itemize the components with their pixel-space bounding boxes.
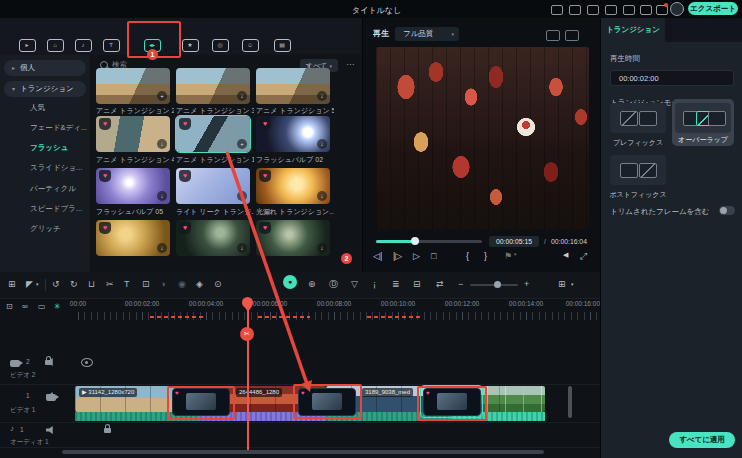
- thumbnail-anime-transition-1-selected[interactable]: ♥+: [176, 116, 250, 152]
- thumbnail-anime-transition-5[interactable]: ↓: [256, 68, 330, 104]
- playhead-line[interactable]: [247, 299, 249, 451]
- redo-button[interactable]: ↻: [70, 278, 78, 290]
- mirror-display-button[interactable]: [529, 253, 540, 261]
- mark-in-button[interactable]: {: [466, 251, 469, 261]
- download-icon[interactable]: ↓: [237, 243, 247, 253]
- mode-postfix-card[interactable]: [610, 155, 666, 185]
- autosave-icon[interactable]: [569, 5, 581, 15]
- track-audio-1[interactable]: [0, 422, 600, 448]
- sidebar-group-personal[interactable]: ▸個人: [4, 60, 86, 76]
- dubbing-icon[interactable]: Ⓓ: [329, 278, 338, 290]
- thumbnail-anime-transition-3[interactable]: ↓: [176, 68, 250, 104]
- mode-prefix-card[interactable]: [610, 103, 666, 133]
- zoom-in-button[interactable]: +: [524, 278, 529, 290]
- zoom-out-button[interactable]: −: [458, 278, 463, 290]
- record-button[interactable]: ●: [283, 275, 297, 289]
- current-timecode[interactable]: 00:00:05:15: [489, 236, 539, 247]
- favorite-heart-icon[interactable]: ♥: [259, 118, 271, 130]
- color-button[interactable]: ◉: [178, 278, 186, 290]
- lock-icon[interactable]: [104, 428, 111, 433]
- chevron-down-icon[interactable]: ▾: [514, 251, 517, 257]
- duration-input[interactable]: 00:00:02:00: [610, 70, 734, 86]
- track-video-2[interactable]: [0, 352, 600, 385]
- save-icon[interactable]: [605, 5, 617, 15]
- thumbnail-row4-1[interactable]: ♥↓: [96, 220, 170, 256]
- sidebar-item-particle[interactable]: パーティクル: [30, 184, 76, 194]
- cloud-upload-icon[interactable]: [623, 5, 635, 15]
- favorite-heart-icon[interactable]: ♥: [179, 170, 191, 182]
- download-icon[interactable]: ↓: [157, 191, 167, 201]
- more-menu[interactable]: …: [346, 57, 355, 67]
- plus-icon[interactable]: +: [237, 139, 247, 149]
- track-manager-icon[interactable]: ⊞: [558, 278, 566, 290]
- display-icon[interactable]: [587, 5, 599, 15]
- favorite-heart-icon[interactable]: ♥: [99, 170, 111, 182]
- screen-record-icon[interactable]: ⊟: [413, 278, 421, 290]
- stop-button[interactable]: □: [431, 251, 436, 261]
- download-icon[interactable]: ↓: [237, 191, 247, 201]
- transition-frames-icon[interactable]: ⇄: [436, 278, 444, 290]
- quick-split-scissors-button[interactable]: ✂: [240, 327, 254, 341]
- link-icon[interactable]: ∞: [22, 301, 28, 313]
- mark-out-button[interactable]: }: [484, 251, 487, 261]
- text-tool-button[interactable]: T: [124, 278, 130, 290]
- speed-button[interactable]: ◑: [160, 278, 165, 290]
- grid-overlay-icon[interactable]: [546, 30, 560, 41]
- sidebar-group-transition[interactable]: ▾トランジション: [4, 81, 86, 97]
- support-icon[interactable]: [640, 5, 652, 15]
- sidebar-item-glitch[interactable]: グリッチ: [30, 224, 61, 234]
- mode-overlap-selected[interactable]: オーバーラップ: [672, 99, 734, 146]
- crop-button[interactable]: ⊡: [142, 278, 150, 290]
- voiceover-mic-icon[interactable]: ¡: [373, 278, 376, 290]
- favorite-heart-icon[interactable]: ♥: [179, 222, 191, 234]
- download-icon[interactable]: ↓: [237, 91, 247, 101]
- delete-button[interactable]: ⊔: [88, 278, 95, 290]
- audio-list-icon[interactable]: ≣: [392, 278, 400, 290]
- download-icon[interactable]: ↓: [317, 243, 327, 253]
- avatar[interactable]: [670, 2, 684, 16]
- inspector-tab-transition[interactable]: トランジション: [601, 18, 665, 42]
- thumbnail-row4-3[interactable]: ♥↓: [256, 220, 330, 256]
- chevron-down-icon[interactable]: ▾: [36, 278, 39, 290]
- timeline-zoom-handle[interactable]: [494, 281, 501, 288]
- split-button[interactable]: ✂: [106, 278, 114, 290]
- apply-to-all-button[interactable]: すべてに適用: [669, 432, 735, 448]
- vertical-scrollbar[interactable]: [568, 386, 572, 418]
- thumbnail-flashbulb-05[interactable]: ♥↓: [96, 168, 170, 204]
- thumbnail-flashbulb-02[interactable]: ♥↓: [256, 116, 330, 152]
- render-preview-button[interactable]: ⊙: [214, 278, 222, 290]
- sidebar-item-speedblur[interactable]: スピードブラ...: [30, 204, 82, 214]
- favorite-heart-icon[interactable]: ♥: [259, 170, 271, 182]
- seek-bar-handle[interactable]: [411, 237, 419, 245]
- sidebar-item-slideshow[interactable]: スライドショ...: [30, 163, 82, 173]
- favorite-heart-icon[interactable]: ♥: [259, 222, 271, 234]
- thumbnail-anime-transition-4[interactable]: ♥↓: [96, 116, 170, 152]
- quality-dropdown[interactable]: フル品質 ▾: [395, 27, 459, 41]
- speaker-icon[interactable]: ◀: [563, 251, 568, 259]
- scopes-icon[interactable]: [565, 30, 579, 41]
- plus-icon[interactable]: +: [157, 91, 167, 101]
- previous-frame-button[interactable]: ◁|: [373, 251, 382, 261]
- cursor-tool-icon[interactable]: ◤: [26, 278, 33, 290]
- flag-marker-button[interactable]: ⚑: [504, 251, 512, 261]
- download-icon[interactable]: ↓: [317, 139, 327, 149]
- paste-icon[interactable]: ⊡: [6, 301, 13, 313]
- thumbnail-anime-transition-2[interactable]: +: [96, 68, 170, 104]
- undo-button[interactable]: ↺: [52, 278, 60, 290]
- thumbnail-light-bleed[interactable]: ♥↓: [256, 168, 330, 204]
- share-icon[interactable]: [551, 5, 563, 15]
- download-icon[interactable]: ↓: [157, 243, 167, 253]
- sidebar-item-flash[interactable]: フラッシュ: [30, 143, 68, 153]
- select-tool-icon[interactable]: ⊞: [8, 278, 16, 290]
- next-frame-button[interactable]: |▷: [393, 251, 402, 261]
- mask-icon[interactable]: ▽: [351, 278, 358, 290]
- horizontal-scrollbar[interactable]: [62, 450, 544, 454]
- favorite-heart-icon[interactable]: ♥: [179, 118, 191, 130]
- favorite-heart-icon[interactable]: ♥: [99, 222, 111, 234]
- snapshot-button[interactable]: [547, 253, 556, 260]
- speech-to-text-icon[interactable]: ⊛: [308, 278, 316, 290]
- sidebar-item-fade[interactable]: フェード&ディ...: [30, 123, 87, 133]
- play-button[interactable]: ▷: [413, 251, 420, 261]
- thumbnail-row4-2[interactable]: ♥↓: [176, 220, 250, 256]
- chevron-down-icon[interactable]: ▾: [571, 278, 574, 290]
